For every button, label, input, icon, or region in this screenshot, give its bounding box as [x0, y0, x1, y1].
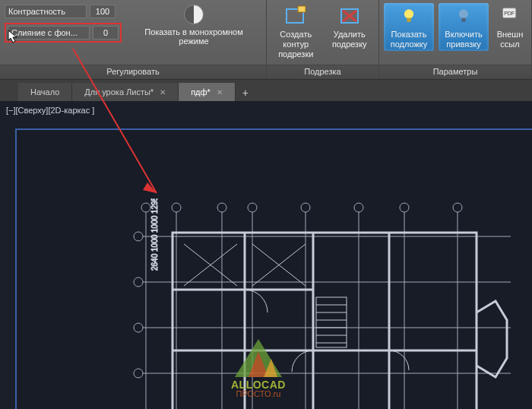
lightbulb-dim-icon: [452, 5, 475, 27]
svg-point-29: [134, 277, 143, 287]
svg-text:PDF: PDF: [504, 11, 515, 16]
contrast-row: Контрастность 100: [5, 3, 122, 20]
contrast-label: Контрастность: [5, 5, 87, 18]
tab-pdf[interactable]: пдф*✕: [179, 83, 236, 101]
fade-highlight: Слияние с фон... 0: [5, 23, 122, 43]
show-underlay-button[interactable]: Показать подложку: [384, 3, 434, 51]
ribbon-section-regulate: Контрастность 100 Слияние с фон... 0 Пок…: [0, 0, 267, 79]
svg-point-27: [134, 232, 143, 241]
tab-start[interactable]: Начало: [18, 83, 72, 101]
monochrome-icon: [184, 5, 204, 24]
fade-label: Слияние с фон...: [8, 26, 90, 40]
fade-row: Слияние с фон... 0: [6, 24, 120, 41]
external-refs-label: Внешн ссыл: [496, 30, 524, 49]
lightbulb-on-icon: [397, 5, 420, 27]
svg-point-25: [453, 203, 462, 212]
svg-rect-1: [298, 6, 306, 12]
svg-point-33: [134, 369, 143, 378]
svg-point-21: [354, 203, 363, 212]
svg-text:2640 1000 1000 1295: 2640 1000 1000 1295: [150, 198, 159, 271]
enable-snap-button[interactable]: Включить привязку: [439, 3, 489, 51]
remove-clip-label: Удалить подрезку: [328, 30, 372, 49]
tab-lesson-sheets[interactable]: Для урока Листы*✕: [72, 83, 179, 101]
svg-point-17: [248, 203, 257, 212]
create-clip-button[interactable]: Создать контур подрезки: [271, 3, 321, 62]
drawing-frame: 2640 1000 1000 1295 3800: [15, 128, 532, 409]
show-underlay-label: Показать подложку: [387, 30, 431, 49]
fade-value[interactable]: 0: [93, 26, 119, 40]
ribbon-section-params: Показать подложку Включить привязку PDF …: [379, 0, 532, 79]
pdf-icon: PDF: [499, 5, 521, 27]
svg-point-5: [404, 9, 413, 18]
viewport-label[interactable]: [−][Сверху][2D-каркас ]: [6, 106, 94, 115]
viewport[interactable]: [−][Сверху][2D-каркас ]: [0, 101, 532, 409]
clip-title: Подрезка: [267, 65, 378, 79]
svg-rect-6: [407, 18, 410, 22]
tabstrip: Начало Для урока Листы*✕ пдф*✕ +: [0, 80, 532, 101]
create-clip-icon: [284, 5, 307, 27]
remove-clip-button[interactable]: Удалить подрезку: [325, 3, 375, 51]
contrast-value[interactable]: 100: [90, 5, 116, 18]
close-icon[interactable]: ✕: [160, 88, 166, 97]
svg-point-7: [459, 9, 468, 18]
svg-point-15: [217, 203, 226, 212]
close-icon[interactable]: ✕: [217, 88, 223, 97]
svg-point-19: [301, 203, 310, 212]
external-refs-button[interactable]: PDF Внешн ссыл: [493, 3, 527, 51]
svg-point-13: [172, 203, 181, 212]
floor-plan-drawing: 2640 1000 1000 1295 3800: [131, 198, 526, 409]
svg-point-23: [400, 203, 409, 212]
svg-point-31: [134, 323, 143, 332]
ribbon-section-clip: Создать контур подрезки Удалить подрезку…: [267, 0, 379, 79]
monochrome-label: Показать в монохромном режиме: [129, 27, 258, 46]
svg-rect-8: [461, 18, 465, 22]
svg-point-11: [141, 203, 150, 212]
monochrome-button[interactable]: Показать в монохромном режиме: [126, 3, 261, 47]
params-title: Параметры: [379, 65, 531, 79]
regulate-title: Регулировать: [0, 65, 266, 79]
remove-clip-icon: [338, 5, 361, 27]
enable-snap-label: Включить привязку: [442, 30, 486, 49]
create-clip-label: Создать контур подрезки: [274, 30, 318, 60]
ribbon: Контрастность 100 Слияние с фон... 0 Пок…: [0, 0, 532, 80]
add-tab-button[interactable]: +: [236, 84, 255, 101]
